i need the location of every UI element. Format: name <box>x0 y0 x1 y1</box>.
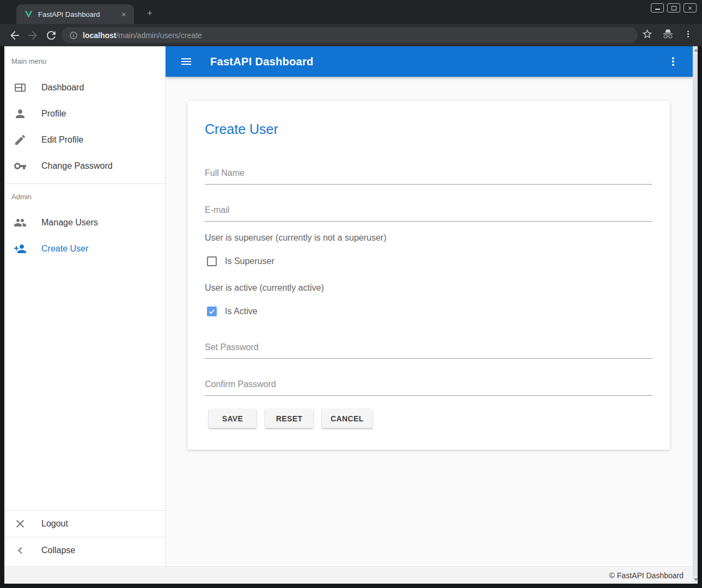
email-underline <box>205 221 652 222</box>
page-title: Create User <box>205 121 278 137</box>
incognito-icon <box>662 28 674 40</box>
appbar-title: FastAPI Dashboard <box>210 56 314 68</box>
url-text: localhost/main/admin/users/create <box>83 31 202 40</box>
sidebar-item-dashboard[interactable]: Dashboard <box>4 75 165 101</box>
address-bar[interactable]: localhost/main/admin/users/create <box>62 27 638 43</box>
people-icon <box>14 216 27 229</box>
sidebar-item-edit-profile[interactable]: Edit Profile <box>4 127 165 153</box>
window-minimize-button[interactable] <box>651 3 664 13</box>
checkbox-unchecked-icon[interactable] <box>207 256 217 266</box>
sidebar-divider <box>4 183 165 184</box>
checkbox-label: Is Superuser <box>225 256 274 266</box>
full-name-input[interactable]: Full Name <box>205 168 245 178</box>
appbar: FastAPI Dashboard <box>166 46 693 77</box>
set-password-input[interactable]: Set Password <box>205 342 259 352</box>
browser-tab[interactable]: FastAPI Dashboard <box>16 4 134 24</box>
sidebar: Main menu Dashboard Profile Edit Profile… <box>4 46 166 566</box>
sidebar-item-label: Dashboard <box>41 83 84 93</box>
superuser-caption: User is superuser (currently is not a su… <box>205 233 386 243</box>
dashboard-icon <box>14 81 27 94</box>
chevron-left-icon <box>14 544 27 557</box>
person-add-icon <box>14 242 27 255</box>
is-active-checkbox[interactable]: Is Active <box>207 307 258 316</box>
reset-button[interactable]: RESET <box>265 409 313 428</box>
browser-menu-kebab-icon[interactable] <box>683 29 693 39</box>
email-input[interactable]: E-mail <box>205 205 229 215</box>
checkbox-checked-icon[interactable] <box>207 307 217 316</box>
sidebar-item-collapse[interactable]: Collapse <box>4 537 165 564</box>
maximize-icon <box>672 6 676 10</box>
sidebar-item-label: Collapse <box>41 546 75 555</box>
sidebar-item-manage-users[interactable]: Manage Users <box>4 210 165 236</box>
sidebar-section-header-main-menu: Main menu <box>11 57 46 65</box>
active-caption: User is active (currently active) <box>205 283 324 293</box>
key-icon <box>14 160 27 173</box>
toolbar-right <box>642 28 693 40</box>
back-button[interactable] <box>8 29 21 42</box>
vue-logo-icon <box>24 10 33 19</box>
bookmark-star-icon[interactable] <box>642 28 653 40</box>
window-controls <box>651 3 697 13</box>
sidebar-item-label: Manage Users <box>41 218 98 228</box>
site-info-icon[interactable] <box>69 31 78 40</box>
sidebar-item-label: Logout <box>41 519 68 529</box>
window-maximize-button[interactable] <box>667 3 680 13</box>
create-user-card: Create User Full Name E-mail User is sup… <box>187 101 670 450</box>
sidebar-item-label: Create User <box>41 244 88 254</box>
browser-toolbar: localhost/main/admin/users/create <box>0 24 702 46</box>
sidebar-item-label: Change Password <box>41 161 113 171</box>
form-buttons: SAVE RESET CANCEL <box>209 409 373 428</box>
person-icon <box>14 107 27 120</box>
sidebar-item-profile[interactable]: Profile <box>4 101 165 127</box>
sidebar-item-change-password[interactable]: Change Password <box>4 153 165 179</box>
tab-title: FastAPI Dashboard <box>38 10 119 19</box>
new-tab-button[interactable] <box>143 6 157 20</box>
scrollbar-thumb[interactable] <box>693 54 698 576</box>
minimize-icon <box>655 9 660 10</box>
sidebar-item-label: Profile <box>41 109 66 119</box>
url-path: /main/admin/users/create <box>116 31 202 40</box>
vertical-scrollbar[interactable] <box>693 46 698 584</box>
close-icon <box>687 5 693 11</box>
page-footer: © FastAPI Dashboard <box>4 566 693 584</box>
scroll-up-arrow-icon[interactable] <box>694 48 698 52</box>
is-superuser-checkbox[interactable]: Is Superuser <box>207 256 274 266</box>
browser-tabstrip: FastAPI Dashboard <box>0 0 702 24</box>
tab-close-icon[interactable] <box>119 10 129 19</box>
scroll-down-arrow-icon[interactable] <box>694 578 698 581</box>
hamburger-menu-icon[interactable] <box>180 55 193 68</box>
cancel-button[interactable]: CANCEL <box>322 409 373 428</box>
save-button[interactable]: SAVE <box>209 409 257 428</box>
checkbox-label: Is Active <box>225 307 258 316</box>
page: Main menu Dashboard Profile Edit Profile… <box>4 46 698 584</box>
sidebar-item-create-user[interactable]: Create User <box>4 236 165 262</box>
pencil-icon <box>14 133 27 146</box>
confirm-password-underline <box>205 395 652 396</box>
full-name-underline <box>205 184 652 185</box>
appbar-kebab-icon[interactable] <box>667 55 680 68</box>
forward-button[interactable] <box>26 29 39 42</box>
copyright-text: © FastAPI Dashboard <box>609 571 683 580</box>
confirm-password-input[interactable]: Confirm Password <box>205 379 276 389</box>
sidebar-item-label: Edit Profile <box>41 135 83 145</box>
sidebar-item-logout[interactable]: Logout <box>4 511 165 537</box>
window-close-button[interactable] <box>683 3 697 13</box>
set-password-underline <box>205 358 652 359</box>
url-host: localhost <box>83 31 116 40</box>
close-icon <box>14 517 27 530</box>
sidebar-section-header-admin: Admin <box>11 193 32 201</box>
reload-button[interactable] <box>45 29 58 42</box>
